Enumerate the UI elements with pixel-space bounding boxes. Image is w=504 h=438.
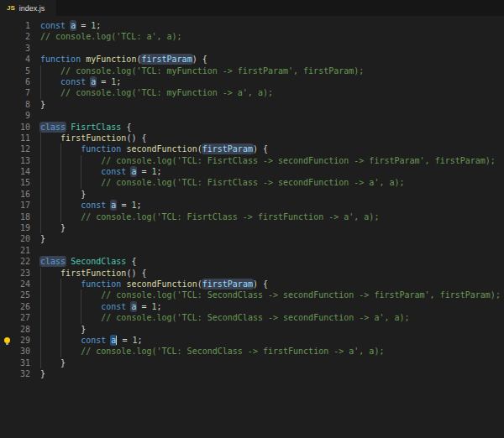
line-number[interactable]: 1 [0,20,30,31]
code-line[interactable]: 1const a = 1; [0,20,504,31]
code-line[interactable]: 3 [0,43,504,54]
token: firstFunction [60,269,126,278]
code-line[interactable]: 5 // console.log('TCL: myFunction -> fir… [0,65,504,76]
line-number[interactable]: 26 [0,301,30,312]
line-number[interactable]: 22 [0,256,30,267]
token: = [117,336,132,345]
indent-guide [40,177,60,188]
token: // console.log('TCL: SecondClass -> firs… [81,347,384,356]
code-line[interactable]: 11 firstFunction() { [0,133,504,143]
indent-guide [40,143,60,154]
editor[interactable]: 1const a = 1;2// console.log('TCL: a', a… [0,16,504,380]
code-line[interactable]: 8} [0,99,504,110]
code-line[interactable]: 25 // console.log('TCL: SecondClass -> s… [0,289,504,300]
line-number[interactable]: 2 [0,31,30,42]
indent-guide [40,65,60,76]
line-number[interactable]: 11 [0,133,30,143]
line-number[interactable]: 14 [0,166,30,177]
code-line[interactable]: 19 } [0,222,504,233]
code-line[interactable]: 18 // console.log('TCL: FisrtClass -> fi… [0,211,504,222]
line-number[interactable]: 24 [0,279,30,289]
line-number[interactable]: 5 [0,65,30,76]
code-text: const a = 1; [30,200,141,211]
indent-guide [40,335,60,346]
lightbulb-icon[interactable] [4,337,10,343]
code-line[interactable]: 13 // console.log('TCL: FisrtClass -> se… [0,155,504,166]
code-line[interactable]: 6 const a = 1; [0,76,504,87]
code-text: } [30,189,86,200]
line-number[interactable]: 16 [0,189,30,200]
code-text: const a = 1; [30,301,162,312]
line-number[interactable]: 13 [0,155,30,166]
line-number[interactable]: 30 [0,346,30,357]
line-number[interactable]: 15 [0,177,30,188]
line-number[interactable]: 28 [0,324,30,335]
tab-indexjs[interactable]: JS index.js [0,0,57,16]
code-line[interactable]: 4function myFunction(firstParam) { [0,54,504,65]
indent-guide [40,324,60,335]
code-line[interactable]: 23 firstFunction() { [0,268,504,279]
code-line[interactable]: 26 const a = 1; [0,301,504,312]
code-line[interactable]: 20} [0,233,504,244]
line-number[interactable]: 18 [0,211,30,222]
line-number[interactable]: 4 [0,54,30,65]
code-line[interactable]: 10class FisrtClass { [0,122,504,133]
line-number[interactable]: 31 [0,357,30,368]
indent-guide [60,301,81,312]
token: ; [96,21,101,30]
token: // console.log('TCL: FisrtClass -> secon… [101,178,404,187]
token: { [126,257,136,266]
line-number[interactable]: 3 [0,43,30,54]
code-line[interactable]: 15 // console.log('TCL: FisrtClass -> se… [0,177,504,188]
code-text: } [30,324,86,335]
line-number[interactable]: 10 [0,122,30,133]
code-line[interactable]: 14 const a = 1; [0,166,504,177]
line-number[interactable]: 8 [0,99,30,110]
code-text: } [30,222,66,233]
code-line[interactable]: 2// console.log('TCL: a', a); [0,31,504,42]
line-number[interactable]: 20 [0,233,30,244]
line-number[interactable]: 7 [0,87,30,98]
code-line[interactable]: 24 function secondFunction(firstParam) { [0,279,504,289]
token: ; [137,336,142,345]
indent-guide [81,301,101,312]
token: ; [116,77,121,86]
indent-guide [40,289,60,300]
tab-bar: JS index.js [0,0,504,16]
indent-guide [81,177,101,188]
code-text: const a = 1; [30,20,101,31]
line-number[interactable]: 6 [0,76,30,87]
code-line[interactable]: 7 // console.log('TCL: myFunction -> a',… [0,87,504,98]
token: } [81,190,86,199]
token: ( [197,144,202,154]
token: const [40,21,66,30]
token: SecondClass [71,257,126,266]
code-line[interactable]: 27 // console.log('TCL: SecondClass -> s… [0,312,504,323]
code-line[interactable]: 16 } [0,189,504,200]
indent-guide [40,301,60,312]
indent-guide [60,143,81,154]
code-line[interactable]: 22class SecondClass { [0,256,504,267]
line-number[interactable]: 27 [0,312,30,323]
indent-guide [60,289,81,300]
line-number[interactable]: 19 [0,222,30,233]
code-line[interactable]: 32} [0,368,504,379]
line-number[interactable]: 32 [0,368,30,379]
indent-guide [60,177,81,188]
code-line[interactable]: 31 } [0,357,504,368]
code-line[interactable]: 30 // console.log('TCL: SecondClass -> f… [0,346,504,357]
code-line[interactable]: 21 [0,245,504,256]
line-number[interactable]: 21 [0,245,30,256]
code-line[interactable]: 9 [0,110,504,121]
line-number[interactable]: 17 [0,200,30,211]
indent-guide [60,211,81,222]
line-number[interactable]: 25 [0,289,30,300]
code-line[interactable]: 12 function secondFunction(firstParam) { [0,143,504,154]
code-line[interactable]: 29 const a = 1; [0,335,504,346]
code-line[interactable]: 17 const a = 1; [0,200,504,211]
code-line[interactable]: 28 } [0,324,504,335]
line-number[interactable]: 23 [0,268,30,279]
token: // console.log('TCL: a', a); [40,32,182,41]
line-number[interactable]: 9 [0,110,30,121]
line-number[interactable]: 12 [0,143,30,154]
